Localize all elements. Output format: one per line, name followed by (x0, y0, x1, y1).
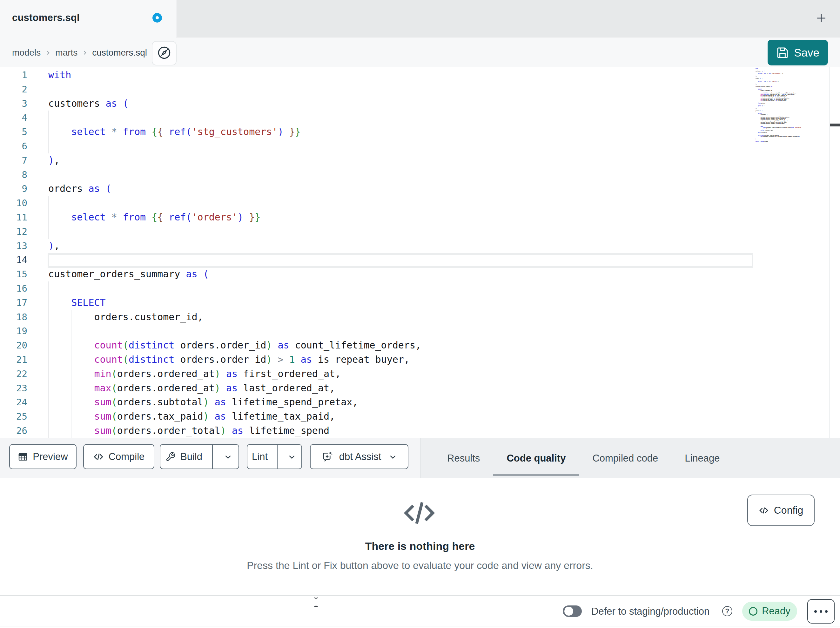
code-editor[interactable]: 1234567891011121314151617181920212223242… (0, 67, 840, 438)
indent-guide (48, 381, 49, 395)
tab-compiled-code[interactable]: Compiled code (579, 438, 671, 478)
line-number: 20 (0, 338, 27, 353)
preview-button[interactable]: Preview (9, 444, 77, 469)
code-line: orders as ( (48, 182, 112, 196)
indent-guide (48, 310, 49, 324)
breadcrumb-item-models[interactable]: models (12, 47, 41, 58)
tab-bar: customers.sql (0, 0, 840, 38)
breadcrumb-item-marts[interactable]: marts (55, 47, 77, 58)
defer-toggle[interactable] (563, 606, 582, 617)
minimap-content: with customers as ( select * from {{ ref… (756, 68, 829, 142)
editor-minimap[interactable]: with customers as ( select * from {{ ref… (756, 68, 829, 373)
dot-icon (814, 610, 817, 613)
line-number: 22 (0, 367, 27, 381)
build-split-divider (212, 445, 213, 468)
toggle-knob (564, 607, 573, 615)
compile-button[interactable]: Compile (83, 444, 154, 469)
preview-button-label: Preview (33, 451, 68, 462)
tab-customers-sql[interactable]: customers.sql (0, 0, 177, 38)
table-icon (18, 452, 28, 462)
lint-button[interactable]: Lint (247, 445, 272, 468)
indent-guide (48, 111, 49, 125)
compile-button-label: Compile (109, 451, 145, 462)
line-number: 14 (0, 253, 27, 267)
lint-dropdown-button[interactable] (282, 445, 302, 468)
dbt-cloud-ide: customers.sql models marts customers.sql (0, 0, 840, 628)
config-button[interactable]: Config (747, 495, 815, 526)
unsaved-changes-icon (152, 13, 162, 22)
line-number: 6 (0, 139, 27, 153)
editor-scrollbar-thumb[interactable] (830, 123, 840, 127)
indent-guide (71, 395, 71, 410)
line-number: 18 (0, 310, 27, 324)
help-icon[interactable]: ? (722, 606, 732, 616)
build-dropdown-button[interactable] (218, 445, 238, 468)
line-number: 16 (0, 282, 27, 296)
text-cursor-pointer (313, 597, 319, 609)
line-number: 17 (0, 296, 27, 310)
active-line-highlight (47, 253, 753, 268)
indent-guide (48, 410, 49, 424)
indent-guide (48, 282, 49, 296)
compass-icon-button[interactable] (152, 41, 177, 65)
empty-state-subtitle: Press the Lint or Fix button above to ev… (0, 560, 840, 571)
code-line: with (48, 68, 71, 82)
indent-guide (48, 395, 49, 410)
dbt-assist-button[interactable]: dbt Assist (310, 444, 408, 469)
indent-guide (48, 196, 49, 210)
indent-guide (48, 296, 49, 310)
code-line: customer_orders_summary as ( (48, 267, 209, 282)
code-line: max(orders.ordered_at) as last_ordered_a… (48, 381, 335, 395)
more-options-button[interactable] (807, 599, 835, 623)
tab-lineage[interactable]: Lineage (671, 438, 733, 478)
save-button[interactable]: Save (767, 40, 828, 65)
code-line: ), (48, 239, 60, 253)
code-slash-icon (404, 502, 435, 525)
line-number: 10 (0, 196, 27, 210)
indent-guide (48, 424, 49, 438)
indent-guide (71, 353, 71, 367)
line-number: 5 (0, 125, 27, 139)
build-button-label: Build (180, 451, 202, 462)
indent-guide (48, 338, 49, 353)
code-line: select * from {{ ref('stg_customers') }} (48, 125, 301, 139)
assist-sparkle-icon (321, 451, 333, 463)
config-button-label: Config (774, 505, 804, 516)
ready-ring-icon (749, 607, 758, 615)
tab-code-quality[interactable]: Code quality (493, 438, 579, 478)
dot-icon (825, 610, 827, 613)
line-number: 26 (0, 424, 27, 438)
code-line: sum(orders.subtotal) as lifetime_spend_p… (48, 395, 358, 410)
build-button[interactable]: Build (160, 445, 207, 468)
indent-guide (71, 324, 71, 338)
indent-guide (48, 324, 49, 338)
chevron-down-icon (224, 452, 232, 461)
new-tab-button[interactable] (810, 8, 832, 29)
chevron-down-icon (389, 452, 397, 461)
line-number: 19 (0, 324, 27, 338)
tab-results[interactable]: Results (434, 438, 493, 478)
line-number: 25 (0, 410, 27, 424)
result-tabs-strip: Results Code quality Compiled code Linea… (420, 438, 840, 478)
minimap-line: select * from joined (756, 141, 829, 142)
code-icon (759, 505, 769, 516)
line-number: 23 (0, 381, 27, 395)
result-tabs: Results Code quality Compiled code Linea… (434, 438, 733, 478)
save-icon (776, 46, 789, 59)
chevron-down-icon (288, 452, 296, 461)
editor-toolbar: Preview Compile Build Lint (0, 438, 420, 478)
line-number: 1 (0, 68, 27, 82)
plus-icon (816, 13, 827, 24)
line-number: 8 (0, 168, 27, 182)
indent-guide (71, 424, 71, 438)
indent-guide (48, 353, 49, 367)
line-number: 9 (0, 182, 27, 196)
code-line: select * from {{ ref('orders') }} (48, 210, 261, 225)
status-badge: Ready (742, 602, 797, 621)
breadcrumb-item-file[interactable]: customers.sql (92, 47, 147, 58)
line-number: 24 (0, 395, 27, 410)
code-line: sum(orders.order_total) as lifetime_spen… (48, 424, 329, 438)
line-number: 21 (0, 353, 27, 367)
dot-icon (819, 610, 822, 613)
minimap-divider (829, 67, 829, 438)
